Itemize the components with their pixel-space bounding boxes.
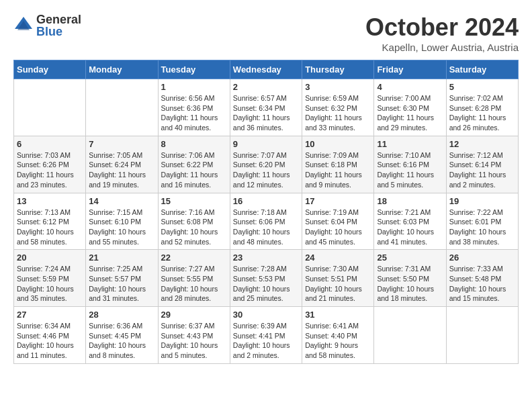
weekday-header-monday: Monday	[86, 60, 158, 79]
day-info: Sunrise: 7:27 AMSunset: 5:55 PMDaylight:…	[161, 264, 227, 304]
day-info: Sunrise: 7:09 AMSunset: 6:18 PMDaylight:…	[305, 150, 371, 190]
day-number: 3	[305, 82, 371, 92]
day-number: 28	[89, 310, 154, 320]
day-info: Sunrise: 7:16 AMSunset: 6:08 PMDaylight:…	[161, 208, 227, 247]
calendar-day-16: 16Sunrise: 7:18 AMSunset: 6:06 PMDayligh…	[230, 193, 302, 250]
calendar-day-1: 1Sunrise: 6:56 AMSunset: 6:36 PMDaylight…	[158, 79, 230, 136]
calendar-day-26: 26Sunrise: 7:33 AMSunset: 5:48 PMDayligh…	[446, 250, 518, 307]
day-number: 10	[305, 139, 371, 149]
day-info: Sunrise: 7:22 AMSunset: 6:01 PMDaylight:…	[449, 208, 515, 247]
calendar-week-4: 20Sunrise: 7:24 AMSunset: 5:59 PMDayligh…	[14, 250, 519, 307]
day-number: 29	[161, 310, 227, 320]
day-info: Sunrise: 6:36 AMSunset: 4:45 PMDaylight:…	[89, 321, 154, 361]
month-title: October 2024	[365, 13, 519, 42]
day-info: Sunrise: 6:37 AMSunset: 4:43 PMDaylight:…	[161, 321, 227, 361]
page-header: General Blue October 2024 Kapelln, Lower…	[13, 13, 519, 53]
day-info: Sunrise: 7:15 AMSunset: 6:10 PMDaylight:…	[89, 208, 154, 247]
calendar-day-30: 30Sunrise: 6:39 AMSunset: 4:41 PMDayligh…	[230, 307, 302, 364]
calendar-week-5: 27Sunrise: 6:34 AMSunset: 4:46 PMDayligh…	[14, 307, 519, 364]
day-info: Sunrise: 7:21 AMSunset: 6:03 PMDaylight:…	[377, 208, 443, 247]
calendar-day-23: 23Sunrise: 7:28 AMSunset: 5:53 PMDayligh…	[230, 250, 302, 307]
day-number: 24	[305, 253, 371, 263]
day-info: Sunrise: 7:24 AMSunset: 5:59 PMDaylight:…	[17, 264, 83, 304]
calendar-day-2: 2Sunrise: 6:57 AMSunset: 6:34 PMDaylight…	[230, 79, 302, 136]
calendar-day-20: 20Sunrise: 7:24 AMSunset: 5:59 PMDayligh…	[14, 250, 86, 307]
location: Kapelln, Lower Austria, Austria	[365, 42, 519, 53]
calendar-day-11: 11Sunrise: 7:10 AMSunset: 6:16 PMDayligh…	[374, 136, 446, 193]
calendar-day-13: 13Sunrise: 7:13 AMSunset: 6:12 PMDayligh…	[14, 193, 86, 250]
day-number: 27	[17, 310, 83, 320]
day-info: Sunrise: 7:31 AMSunset: 5:50 PMDaylight:…	[377, 264, 443, 304]
day-info: Sunrise: 6:41 AMSunset: 4:40 PMDaylight:…	[305, 321, 371, 361]
calendar-day-17: 17Sunrise: 7:19 AMSunset: 6:04 PMDayligh…	[302, 193, 374, 250]
title-area: October 2024 Kapelln, Lower Austria, Aus…	[365, 13, 519, 53]
day-info: Sunrise: 6:59 AMSunset: 6:32 PMDaylight:…	[305, 93, 371, 133]
weekday-header-sunday: Sunday	[14, 60, 86, 79]
day-number: 19	[449, 196, 515, 206]
day-number: 5	[449, 82, 515, 92]
day-number: 14	[89, 196, 154, 206]
logo: General Blue	[13, 13, 81, 38]
day-info: Sunrise: 7:02 AMSunset: 6:28 PMDaylight:…	[449, 93, 515, 133]
weekday-header-friday: Friday	[374, 60, 446, 79]
logo-blue: Blue	[36, 26, 81, 38]
calendar-day-15: 15Sunrise: 7:16 AMSunset: 6:08 PMDayligh…	[158, 193, 230, 250]
day-info: Sunrise: 6:39 AMSunset: 4:41 PMDaylight:…	[233, 321, 299, 361]
day-number: 11	[377, 139, 443, 149]
weekday-header-wednesday: Wednesday	[230, 60, 302, 79]
weekday-header-row: SundayMondayTuesdayWednesdayThursdayFrid…	[14, 60, 519, 79]
calendar-week-1: 1Sunrise: 6:56 AMSunset: 6:36 PMDaylight…	[14, 79, 519, 136]
day-number: 16	[233, 196, 299, 206]
calendar-day-25: 25Sunrise: 7:31 AMSunset: 5:50 PMDayligh…	[374, 250, 446, 307]
day-info: Sunrise: 6:57 AMSunset: 6:34 PMDaylight:…	[233, 93, 299, 133]
calendar-day-27: 27Sunrise: 6:34 AMSunset: 4:46 PMDayligh…	[14, 307, 86, 364]
logo-general: General	[36, 13, 81, 26]
calendar-week-3: 13Sunrise: 7:13 AMSunset: 6:12 PMDayligh…	[14, 193, 519, 250]
calendar-day-14: 14Sunrise: 7:15 AMSunset: 6:10 PMDayligh…	[86, 193, 158, 250]
logo-text: General Blue	[36, 13, 81, 38]
calendar-week-2: 6Sunrise: 7:03 AMSunset: 6:26 PMDaylight…	[14, 136, 519, 193]
day-number: 13	[17, 196, 83, 206]
calendar-empty-cell	[86, 79, 158, 136]
calendar-day-4: 4Sunrise: 7:00 AMSunset: 6:30 PMDaylight…	[374, 79, 446, 136]
day-number: 22	[161, 253, 227, 263]
calendar-day-9: 9Sunrise: 7:07 AMSunset: 6:20 PMDaylight…	[230, 136, 302, 193]
weekday-header-saturday: Saturday	[446, 60, 518, 79]
calendar-day-3: 3Sunrise: 6:59 AMSunset: 6:32 PMDaylight…	[302, 79, 374, 136]
calendar-day-19: 19Sunrise: 7:22 AMSunset: 6:01 PMDayligh…	[446, 193, 518, 250]
day-info: Sunrise: 7:07 AMSunset: 6:20 PMDaylight:…	[233, 150, 299, 190]
day-info: Sunrise: 7:12 AMSunset: 6:14 PMDaylight:…	[449, 150, 515, 190]
weekday-header-tuesday: Tuesday	[158, 60, 230, 79]
day-info: Sunrise: 7:19 AMSunset: 6:04 PMDaylight:…	[305, 208, 371, 247]
day-number: 17	[305, 196, 371, 206]
day-info: Sunrise: 7:00 AMSunset: 6:30 PMDaylight:…	[377, 93, 443, 133]
calendar-day-6: 6Sunrise: 7:03 AMSunset: 6:26 PMDaylight…	[14, 136, 86, 193]
calendar-day-21: 21Sunrise: 7:25 AMSunset: 5:57 PMDayligh…	[86, 250, 158, 307]
calendar-day-29: 29Sunrise: 6:37 AMSunset: 4:43 PMDayligh…	[158, 307, 230, 364]
calendar-table: SundayMondayTuesdayWednesdayThursdayFrid…	[13, 60, 519, 364]
calendar-day-22: 22Sunrise: 7:27 AMSunset: 5:55 PMDayligh…	[158, 250, 230, 307]
weekday-header-thursday: Thursday	[302, 60, 374, 79]
day-number: 2	[233, 82, 299, 92]
day-info: Sunrise: 7:25 AMSunset: 5:57 PMDaylight:…	[89, 264, 154, 304]
day-number: 8	[161, 139, 227, 149]
day-info: Sunrise: 7:13 AMSunset: 6:12 PMDaylight:…	[17, 208, 83, 247]
day-number: 15	[161, 196, 227, 206]
calendar-day-24: 24Sunrise: 7:30 AMSunset: 5:51 PMDayligh…	[302, 250, 374, 307]
day-number: 20	[17, 253, 83, 263]
calendar-day-7: 7Sunrise: 7:05 AMSunset: 6:24 PMDaylight…	[86, 136, 158, 193]
logo-icon	[13, 15, 34, 36]
day-number: 26	[449, 253, 515, 263]
day-info: Sunrise: 7:10 AMSunset: 6:16 PMDaylight:…	[377, 150, 443, 190]
day-info: Sunrise: 7:18 AMSunset: 6:06 PMDaylight:…	[233, 208, 299, 247]
calendar-day-8: 8Sunrise: 7:06 AMSunset: 6:22 PMDaylight…	[158, 136, 230, 193]
day-number: 6	[17, 139, 83, 149]
day-number: 9	[233, 139, 299, 149]
calendar-day-5: 5Sunrise: 7:02 AMSunset: 6:28 PMDaylight…	[446, 79, 518, 136]
calendar-day-12: 12Sunrise: 7:12 AMSunset: 6:14 PMDayligh…	[446, 136, 518, 193]
day-info: Sunrise: 6:34 AMSunset: 4:46 PMDaylight:…	[17, 321, 83, 361]
day-info: Sunrise: 7:28 AMSunset: 5:53 PMDaylight:…	[233, 264, 299, 304]
day-number: 12	[449, 139, 515, 149]
calendar-day-28: 28Sunrise: 6:36 AMSunset: 4:45 PMDayligh…	[86, 307, 158, 364]
day-info: Sunrise: 7:33 AMSunset: 5:48 PMDaylight:…	[449, 264, 515, 304]
